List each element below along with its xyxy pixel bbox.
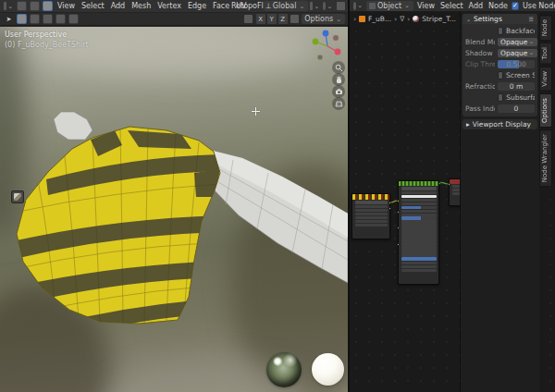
- expand-icon: ▸: [466, 120, 470, 129]
- alpha-output-socket[interactable]: [388, 207, 391, 210]
- symmetry-icon[interactable]: [290, 14, 300, 24]
- viewport-editor: ⌄ View Select Add Mesh Vertex Edge Face …: [0, 0, 348, 392]
- collapse-icon: ⌄: [466, 16, 471, 22]
- panel-menu-icon[interactable]: ☰: [529, 16, 534, 22]
- node-header-strip: [399, 181, 438, 186]
- editor-type-button[interactable]: ⌄: [353, 1, 364, 11]
- menu-edge[interactable]: Edge: [185, 2, 209, 10]
- blender-window: ⌄ View Select Add Mesh Vertex Edge Face …: [0, 0, 555, 392]
- edge-select-icon[interactable]: [30, 1, 40, 11]
- backface-culling-label: Backface Cu...: [506, 27, 535, 35]
- arm-mesh: [202, 149, 348, 283]
- tab-node-wrangler[interactable]: Node Wrangler: [539, 129, 552, 187]
- input-socket[interactable]: [397, 227, 400, 229]
- color-output-socket[interactable]: [388, 202, 391, 204]
- axis-z-handle: [323, 31, 329, 37]
- tool-select-box-button[interactable]: [30, 14, 40, 24]
- retopoflow-menu[interactable]: RetopoFlow⌄: [252, 1, 262, 11]
- menu-add[interactable]: Add: [467, 2, 486, 10]
- snap-magnet-icon[interactable]: ⌄: [310, 1, 320, 11]
- menu-vertex[interactable]: Vertex: [154, 2, 184, 10]
- viewport-header: ⌄ View Select Add Mesh Vertex Edge Face …: [0, 0, 348, 13]
- viewport-canvas[interactable]: User Perspective (0) F_uBody_BeeTShirt: [0, 27, 348, 392]
- pan-icon[interactable]: [332, 73, 345, 86]
- surface-input-socket[interactable]: [448, 183, 450, 186]
- settings-panel-header[interactable]: ⌄ Settings ☰: [462, 14, 537, 24]
- shadow-mode-dropdown[interactable]: Opaque⌄: [498, 49, 537, 57]
- proportional-edit-icon[interactable]: ⌄: [323, 1, 333, 11]
- clip-threshold-slider[interactable]: 0.500: [498, 60, 535, 68]
- viewport-info-overlay: User Perspective (0) F_uBody_BeeTShirt: [5, 30, 89, 50]
- orientation-icon: ⟂: [266, 2, 271, 11]
- object-icon: [369, 3, 376, 9]
- base-color-input-socket[interactable]: [397, 200, 400, 202]
- menu-select[interactable]: Select: [79, 2, 107, 10]
- input-socket[interactable]: [397, 243, 400, 246]
- tool-select-circle-button[interactable]: [43, 14, 53, 24]
- breadcrumb: › F_uB... › ∇ › Stripe_T...: [353, 15, 456, 23]
- mirror-z-button[interactable]: Z: [278, 14, 288, 24]
- menu-select[interactable]: Select: [438, 2, 465, 10]
- sidebar-panel: ⌄ Settings ☰ Backface Cu... Blend Mode O…: [460, 12, 539, 392]
- zoom-icon[interactable]: [332, 61, 345, 74]
- material-preview-sphere-metal: [266, 352, 302, 387]
- material-preview-sphere-white: [312, 353, 344, 386]
- refraction-depth-field[interactable]: 0 m: [498, 82, 535, 91]
- blend-mode-label: Blend Mode: [465, 38, 495, 46]
- view-perspective-label: User Perspective: [5, 30, 89, 40]
- transform-orientation-dropdown[interactable]: ⟂Global⌄: [264, 1, 309, 11]
- screen-space-label: Screen Spac...: [506, 71, 535, 80]
- blend-mode-dropdown[interactable]: Opaque⌄: [498, 38, 537, 46]
- perspective-toggle-icon[interactable]: [332, 97, 345, 110]
- tool-settings-bar: ➤ X Y Z Options⌄: [0, 13, 348, 26]
- mirror-x-button[interactable]: X: [256, 14, 265, 24]
- breadcrumb-object[interactable]: F_uB...: [368, 15, 391, 23]
- use-nodes-checkbox[interactable]: ✓: [512, 2, 519, 10]
- principled-bsdf-node[interactable]: [398, 180, 439, 285]
- mirror-icon[interactable]: [243, 14, 253, 24]
- pass-index-field[interactable]: 0: [498, 104, 535, 113]
- image-texture-node[interactable]: [352, 193, 390, 239]
- camera-view-icon[interactable]: [332, 85, 345, 98]
- overlays-icon[interactable]: [336, 1, 346, 11]
- menu-mesh[interactable]: Mesh: [129, 2, 154, 10]
- bsdf-output-socket[interactable]: [438, 182, 441, 185]
- options-dropdown[interactable]: Options⌄: [302, 14, 345, 24]
- tool-select-lasso-button[interactable]: [56, 14, 66, 24]
- shader-type-dropdown[interactable]: Object⌄: [366, 1, 413, 11]
- subsurface-checkbox[interactable]: [498, 93, 503, 102]
- tab-options[interactable]: Options: [539, 93, 552, 128]
- clip-threshold-label: Clip Thres...: [465, 60, 495, 68]
- active-object-label: (0) F_uBody_BeeTShirt: [5, 40, 89, 50]
- axis-y-handle: [313, 39, 319, 45]
- menu-view[interactable]: View: [55, 2, 78, 10]
- subsurface-label: Subsurface ...: [506, 93, 535, 102]
- active-tool-icon[interactable]: ➤: [4, 14, 14, 24]
- material-icon: [413, 16, 419, 22]
- face-select-icon[interactable]: [43, 1, 53, 11]
- tool-tweak-button[interactable]: [17, 14, 27, 24]
- editor-type-button[interactable]: ⌄: [4, 1, 14, 11]
- menu-node[interactable]: Node: [487, 2, 510, 10]
- viewport-display-panel[interactable]: ▸ Viewport Display: [462, 119, 537, 129]
- shader-editor: ⌄ Object⌄ View Select Add Node ✓ Use Nod…: [348, 0, 555, 392]
- mouse-cursor: [252, 107, 260, 116]
- settings-panel: ⌄ Settings ☰ Backface Cu... Blend Mode O…: [462, 14, 537, 116]
- menu-view[interactable]: View: [415, 2, 437, 10]
- sidebar-tabs: Node Tool View Options Node Wrangler: [539, 15, 552, 187]
- breadcrumb-material[interactable]: Stripe_T...: [422, 15, 456, 23]
- tab-view[interactable]: View: [539, 67, 552, 92]
- mirror-y-button[interactable]: Y: [267, 14, 277, 24]
- vertex-select-icon[interactable]: [17, 1, 27, 11]
- annotation-icon[interactable]: [11, 190, 24, 203]
- backface-culling-checkbox[interactable]: [498, 27, 503, 35]
- screen-space-checkbox[interactable]: [498, 71, 503, 80]
- object-icon: [359, 16, 365, 22]
- tab-tool[interactable]: Tool: [539, 43, 552, 65]
- tab-node[interactable]: Node: [539, 15, 552, 41]
- bee-shirt-model[interactable]: [0, 27, 348, 392]
- axis-neg-handle: [317, 55, 323, 60]
- tool-cursor-button[interactable]: [68, 14, 79, 24]
- input-socket[interactable]: [397, 211, 400, 214]
- menu-add[interactable]: Add: [108, 2, 129, 10]
